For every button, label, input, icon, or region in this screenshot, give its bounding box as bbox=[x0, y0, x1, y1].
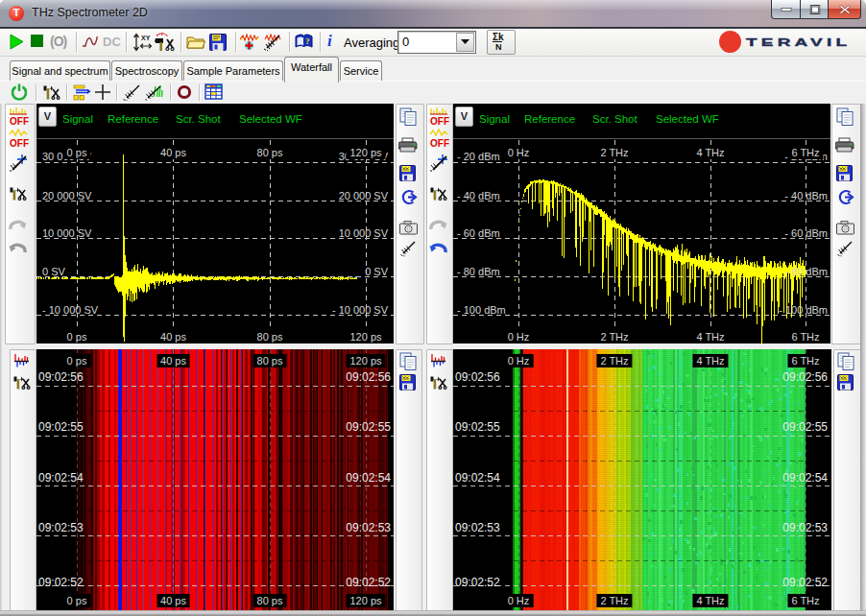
svg-text:OFF: OFF bbox=[430, 116, 449, 126]
svg-text:XY: XY bbox=[141, 35, 151, 41]
svg-text:OFF: OFF bbox=[430, 138, 449, 148]
svg-text:OFF: OFF bbox=[10, 116, 29, 126]
svg-text:Σk: Σk bbox=[493, 32, 504, 42]
svg-text:OFF: OFF bbox=[10, 138, 29, 148]
svg-text:N: N bbox=[495, 42, 502, 52]
svg-text:?: ? bbox=[305, 36, 310, 46]
